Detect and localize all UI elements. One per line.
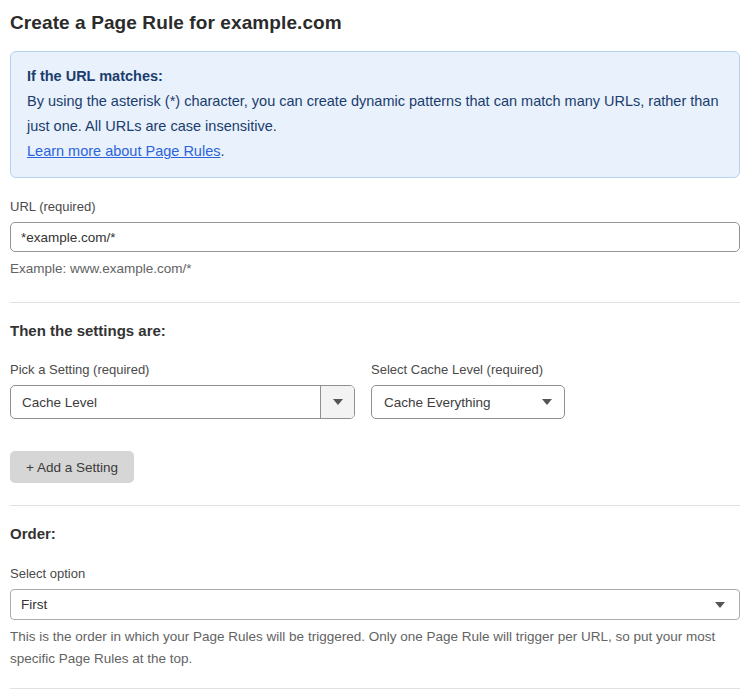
url-match-info-box: If the URL matches: By using the asteris… bbox=[10, 51, 740, 178]
link-suffix: . bbox=[220, 143, 224, 159]
chevron-down-icon bbox=[542, 399, 552, 405]
divider-settings bbox=[10, 302, 740, 303]
settings-row: Pick a Setting (required) Cache Level Se… bbox=[10, 362, 740, 419]
url-field-label: URL (required) bbox=[10, 199, 740, 214]
page-title: Create a Page Rule for example.com bbox=[10, 12, 740, 34]
order-dropdown-value: First bbox=[21, 597, 47, 612]
order-select-label: Select option bbox=[10, 566, 740, 581]
page-rule-form: Create a Page Rule for example.com If th… bbox=[0, 0, 750, 691]
setting-picker-group: Pick a Setting (required) Cache Level bbox=[10, 362, 355, 419]
cache-level-value: Cache Everything bbox=[384, 395, 491, 410]
setting-picker-arrow-button[interactable] bbox=[320, 386, 354, 418]
cache-level-dropdown[interactable]: Cache Everything bbox=[371, 385, 565, 419]
divider-order bbox=[10, 505, 740, 506]
order-dropdown[interactable]: First bbox=[10, 589, 740, 620]
info-box-link-line: Learn more about Page Rules. bbox=[27, 139, 723, 164]
divider-actions bbox=[10, 688, 740, 689]
chevron-down-icon bbox=[333, 399, 343, 405]
cache-level-label: Select Cache Level (required) bbox=[371, 362, 565, 377]
info-box-body-text: By using the asterisk (*) character, you… bbox=[27, 93, 719, 134]
url-input[interactable] bbox=[10, 222, 740, 252]
setting-picker-value: Cache Level bbox=[11, 386, 320, 418]
info-box-body: By using the asterisk (*) character, you… bbox=[27, 89, 723, 139]
setting-picker-label: Pick a Setting (required) bbox=[10, 362, 355, 377]
chevron-down-icon bbox=[715, 602, 725, 608]
add-setting-button[interactable]: + Add a Setting bbox=[10, 451, 134, 483]
setting-picker-dropdown[interactable]: Cache Level bbox=[10, 385, 355, 419]
order-section-heading: Order: bbox=[10, 525, 740, 542]
settings-section-heading: Then the settings are: bbox=[10, 322, 740, 339]
url-field-helper: Example: www.example.com/* bbox=[10, 258, 740, 280]
learn-more-link[interactable]: Learn more about Page Rules bbox=[27, 143, 220, 159]
info-box-heading: If the URL matches: bbox=[27, 64, 723, 89]
cache-level-group: Select Cache Level (required) Cache Ever… bbox=[371, 362, 565, 419]
order-helper-text: This is the order in which your Page Rul… bbox=[10, 626, 740, 670]
